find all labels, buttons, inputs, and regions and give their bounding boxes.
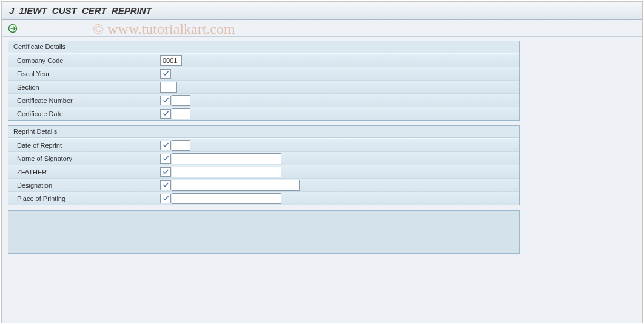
row-fiscal-year: Fiscal Year — [8, 67, 519, 80]
group-reprint-details: Reprint Details Date of Reprint Name of … — [8, 125, 520, 205]
row-date-of-reprint: Date of Reprint — [8, 138, 519, 151]
company-code-input[interactable] — [160, 55, 182, 66]
row-designation: Designation — [8, 178, 519, 191]
label-certificate-number: Certificate Number — [8, 97, 160, 104]
place-of-printing-input[interactable] — [172, 193, 281, 204]
toolbar — [2, 20, 642, 37]
row-certificate-date: Certificate Date — [8, 107, 519, 120]
empty-group-box — [8, 210, 520, 254]
label-date-of-reprint: Date of Reprint — [8, 142, 160, 149]
row-certificate-number: Certificate Number — [8, 93, 519, 107]
name-of-signatory-input[interactable] — [172, 153, 281, 164]
section-input[interactable] — [160, 82, 177, 93]
content-area: Certificate Details Company Code Fiscal … — [2, 37, 642, 323]
label-designation: Designation — [8, 182, 160, 189]
label-place-of-printing: Place of Printing — [8, 195, 160, 202]
group-title-certificate: Certificate Details — [8, 41, 519, 53]
zfather-required-icon — [160, 167, 171, 177]
row-zfather: ZFATHER — [8, 165, 519, 178]
date-of-reprint-input[interactable] — [172, 140, 190, 151]
row-name-of-signatory: Name of Signatory — [8, 151, 519, 165]
row-section: Section — [8, 80, 519, 93]
name-of-signatory-required-icon — [160, 154, 171, 164]
designation-required-icon — [160, 180, 171, 190]
zfather-input[interactable] — [172, 167, 281, 177]
row-company-code: Company Code — [8, 53, 519, 67]
label-zfather: ZFATHER — [8, 168, 160, 176]
label-certificate-date: Certificate Date — [8, 110, 160, 117]
execute-icon[interactable] — [8, 24, 18, 33]
label-company-code: Company Code — [8, 57, 160, 64]
label-name-of-signatory: Name of Signatory — [8, 155, 160, 162]
date-of-reprint-required-icon — [160, 141, 171, 150]
certificate-number-input[interactable] — [172, 95, 190, 106]
group-title-reprint: Reprint Details — [8, 126, 519, 138]
certificate-date-required-icon — [160, 109, 171, 119]
row-place-of-printing: Place of Printing — [8, 191, 519, 205]
certificate-date-input[interactable] — [172, 108, 190, 119]
place-of-printing-required-icon — [160, 194, 171, 203]
page-title: J_1IEWT_CUST_CERT_REPRINT — [2, 2, 642, 20]
designation-input[interactable] — [172, 180, 300, 191]
label-fiscal-year: Fiscal Year — [8, 70, 160, 78]
label-section: Section — [8, 84, 160, 91]
group-certificate-details: Certificate Details Company Code Fiscal … — [8, 41, 520, 121]
fiscal-year-required-icon — [160, 69, 171, 79]
certificate-number-required-icon — [160, 96, 171, 105]
